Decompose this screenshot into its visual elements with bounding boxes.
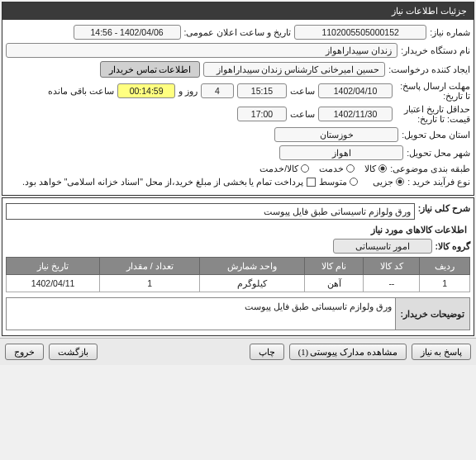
radio-kala-label: کالا <box>364 164 376 173</box>
main-header: جزئیات اطلاعات نیاز <box>2 2 474 20</box>
th-unit: واحد شمارش <box>200 258 305 275</box>
province-label: استان محل تحویل: <box>402 130 470 140</box>
cell-row: 1 <box>420 275 470 292</box>
valid-deadline-label: حداقل تاریخ اعتبار قیمت: تا تاریخ: <box>396 104 470 124</box>
main-header-title: جزئیات اطلاعات نیاز <box>392 6 467 16</box>
th-name: نام کالا <box>304 258 364 275</box>
back-button[interactable]: بازگشت <box>49 344 98 360</box>
cell-code: -- <box>364 275 420 292</box>
remain-label: ساعت باقی مانده <box>48 86 114 96</box>
radio-dot-icon <box>396 178 404 186</box>
th-row: ردیف <box>420 258 470 275</box>
th-date: تاریخ نیاز <box>7 258 100 275</box>
print-button[interactable]: چاپ <box>250 344 284 360</box>
radio-khedmat-label: خدمت <box>319 164 344 173</box>
cell-qty: 1 <box>100 275 200 292</box>
buyer-org-value: زندان سپیداراهواز <box>6 43 397 58</box>
group-value: امور تاسیساتی <box>333 239 432 254</box>
radio-jozi-label: جزیی <box>373 177 393 187</box>
public-date-value: 1402/04/06 - 14:56 <box>74 25 181 40</box>
category-radio-group: کالا خدمت کالا/خدمت <box>259 164 387 173</box>
attachments-button[interactable]: مشاهده مدارک پیوستی (1) <box>289 344 407 360</box>
th-code: کد کالا <box>364 258 420 275</box>
exit-button[interactable]: خروج <box>5 344 44 360</box>
radio-dot-icon <box>301 164 309 173</box>
buyer-notes-row: توضیحات خریدار: ورق ولوازم تاسیساتی طبق … <box>6 297 470 330</box>
contact-info-button[interactable]: اطلاعات تماس خریدار <box>100 61 200 78</box>
radio-dot-icon <box>350 178 358 186</box>
buyer-notes-label: توضیحات خریدار: <box>395 297 470 330</box>
radio-kala[interactable]: کالا <box>364 164 387 173</box>
footer-bar: پاسخ به نیاز مشاهده مدارک پیوستی (1) چاپ… <box>0 338 476 365</box>
items-title: اطلاعات کالاهای مورد نیاز <box>9 225 467 235</box>
category-label: طبقه بندی موضوعی: <box>390 164 470 173</box>
valid-time-value: 17:00 <box>237 107 287 121</box>
answer-time-value: 15:15 <box>237 83 287 98</box>
radio-khedmat[interactable]: خدمت <box>319 164 355 173</box>
requester-value: حسین امیرخانی کارشناس زندان سپیداراهواز <box>203 62 385 77</box>
radio-kalakhedmat-label: کالا/خدمت <box>259 164 298 173</box>
cell-date: 1402/04/11 <box>7 275 100 292</box>
saat-label-1: ساعت <box>290 86 315 96</box>
valid-date-value: 1402/11/30 <box>318 107 393 121</box>
th-qty: تعداد / مقدار <box>100 258 200 275</box>
need-number-value: 1102005505000152 <box>294 25 426 40</box>
table-row: 1 -- آهن کیلوگرم 1 1402/04/11 <box>7 275 470 292</box>
reply-button[interactable]: پاسخ به نیاز <box>412 344 471 360</box>
desc-label: شرح کلی نیاز: <box>418 203 470 213</box>
province-value: خوزستان <box>274 127 398 142</box>
treasury-checkbox[interactable] <box>307 178 316 187</box>
cell-unit: کیلوگرم <box>200 275 305 292</box>
days-remain-value: 4 <box>201 83 234 98</box>
answer-deadline-label: مهلت ارسال پاسخ: تا تاریخ: <box>396 81 470 101</box>
remain-time-value: 00:14:59 <box>117 83 175 98</box>
radio-dot-icon <box>346 164 355 173</box>
buyer-org-label: نام دستگاه خریدار: <box>401 45 470 55</box>
buytype-label: نوع فرآیند خرید : <box>407 177 470 187</box>
desc-value: ورق ولوازم تاسیساتی طبق فایل پیوست <box>6 203 415 220</box>
buytype-radio-group: جزیی متوسط <box>319 177 404 187</box>
radio-motavaset[interactable]: متوسط <box>319 177 358 187</box>
radio-kala-khedmat[interactable]: کالا/خدمت <box>259 164 309 173</box>
roz-label: روز و <box>178 86 198 96</box>
radio-motavaset-label: متوسط <box>319 177 347 187</box>
radio-dot-icon <box>378 164 387 173</box>
public-date-label: تاریخ و ساعت اعلان عمومی: <box>184 27 292 37</box>
treasury-note: پرداخت تمام یا بخشی از مبلغ خرید،از محل … <box>22 177 303 187</box>
group-label: گروه کالا: <box>436 241 470 251</box>
city-label: شهر محل تحویل: <box>407 148 470 158</box>
city-value: اهواز <box>279 145 403 160</box>
items-table: ردیف کد کالا نام کالا واحد شمارش تعداد /… <box>6 257 470 292</box>
answer-date-value: 1402/04/10 <box>318 83 393 98</box>
requester-label: ایجاد کننده درخواست: <box>388 64 470 74</box>
need-number-label: شماره نیاز: <box>430 27 470 37</box>
radio-jozi[interactable]: جزیی <box>373 177 404 187</box>
cell-name: آهن <box>304 275 364 292</box>
saat-label-2: ساعت <box>290 109 315 119</box>
buyer-notes-value: ورق ولوازم تاسیساتی طبق فایل پیوست <box>6 297 395 330</box>
